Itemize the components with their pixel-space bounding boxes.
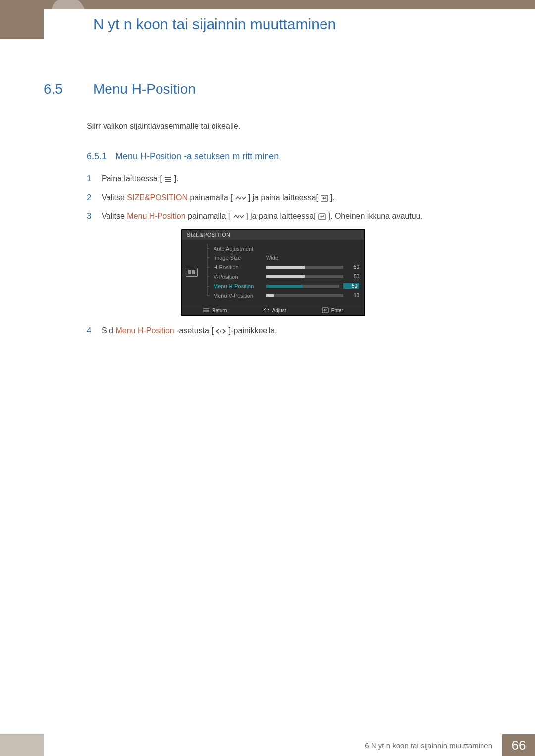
osd-label: Menu H-Position xyxy=(214,283,263,289)
header-main: N yt n koon tai sijainnin muuttaminen xyxy=(44,0,535,39)
step-number: 3 xyxy=(87,211,93,221)
keyword-size-position: SIZE&POSITION xyxy=(127,193,188,202)
svg-text:/: / xyxy=(220,328,222,334)
step-number: 4 xyxy=(87,326,93,336)
osd-label: Auto Adjustment xyxy=(214,246,263,252)
menu-icon xyxy=(164,176,172,182)
osd-category-icon xyxy=(182,240,202,305)
text: ] ja paina laitteessa[ xyxy=(246,212,316,220)
text: -asetusta [ xyxy=(176,326,214,335)
osd-slider: 50 xyxy=(266,264,359,270)
menu-bars-icon xyxy=(203,308,210,312)
osd-value: 50 xyxy=(343,283,359,289)
osd-row-auto: Auto Adjustment xyxy=(202,244,359,253)
subsection-title: Menu H-Position -a setuksen m ritt minen xyxy=(115,151,279,162)
step-text: Valitse SIZE&POSITION painamalla [ / ] j… xyxy=(102,192,335,203)
osd-footer-adjust: Adjust xyxy=(263,307,286,313)
header-left-strip xyxy=(0,0,44,39)
subsection-heading: 6.5.1 Menu H-Position -a setuksen m ritt… xyxy=(87,151,500,162)
text: Valitse xyxy=(102,212,125,220)
keyword-menu-h-position: Menu H-Position xyxy=(127,212,185,220)
chapter-title: N yt n koon tai sijainnin muuttaminen xyxy=(93,16,336,33)
step-text: Valitse Menu H-Position painamalla [ / ]… xyxy=(102,210,423,222)
osd-label: Menu V-Position xyxy=(214,293,263,299)
enter-icon xyxy=(322,307,329,313)
text: Valitse xyxy=(102,193,125,202)
step-text: S d Menu H-Position -asetusta [ / ]-pain… xyxy=(102,325,277,337)
text: painamalla [ xyxy=(190,193,232,202)
step-number: 1 xyxy=(87,174,93,184)
osd-label: V-Position xyxy=(214,274,263,280)
osd-row-h-position: H-Position 50 xyxy=(202,262,359,272)
text: ]. Oheinen ikkuna avautuu. xyxy=(328,212,423,220)
text: Paina laitteessa [ xyxy=(102,174,162,183)
left-margin xyxy=(0,39,44,363)
step-3: 3 Valitse Menu H-Position painamalla [ /… xyxy=(87,210,500,222)
osd-value: 10 xyxy=(347,293,359,298)
text: ]. xyxy=(330,193,335,202)
enter-icon xyxy=(318,213,326,220)
osd-value: Wide xyxy=(266,255,278,261)
osd-row-menu-v-position: Menu V-Position 10 xyxy=(202,291,359,300)
osd-row-v-position: V-Position 50 xyxy=(202,272,359,281)
osd-slider: 50 xyxy=(266,274,359,279)
text: painamalla [ xyxy=(188,212,230,220)
osd-value: 50 xyxy=(347,274,359,279)
svg-text:/: / xyxy=(238,214,239,220)
updown-icon: / xyxy=(233,214,244,220)
updown-icon: / xyxy=(235,195,246,201)
svg-text:/: / xyxy=(240,196,241,201)
section-intro: Siirr valikon sijaintiavasemmalle tai oi… xyxy=(87,122,500,131)
osd-footer-enter: Enter xyxy=(322,307,343,313)
page-header: N yt n koon tai sijainnin muuttaminen xyxy=(0,0,535,39)
left-right-icon xyxy=(263,308,270,313)
text: ]-painikkeella. xyxy=(229,326,277,335)
osd-slider: 10 xyxy=(266,293,359,298)
step-1: 1 Paina laitteessa [ ]. xyxy=(87,173,500,185)
header-title-wrap: N yt n koon tai sijainnin muuttaminen xyxy=(44,9,535,39)
osd-title: SIZE&POSITION xyxy=(182,230,364,240)
section-heading: 6.5 Menu H-Position xyxy=(44,81,500,97)
osd-footer: Return Adjust Enter xyxy=(182,305,364,315)
osd-label: Image Size xyxy=(214,255,263,261)
osd-value: 50 xyxy=(347,264,359,270)
osd-row-menu-h-position: Menu H-Position 50 xyxy=(202,281,359,291)
osd-screenshot: SIZE&POSITION Auto Adjustment Image Size xyxy=(181,229,365,316)
label: Enter xyxy=(331,308,343,313)
text: ] ja paina laitteessa[ xyxy=(248,193,318,202)
page-content: 6.5 Menu H-Position Siirr valikon sijain… xyxy=(44,39,535,363)
step-number: 2 xyxy=(87,193,93,202)
osd-row-image-size: Image Size Wide xyxy=(202,253,359,262)
section-number: 6.5 xyxy=(44,81,73,97)
step-2: 2 Valitse SIZE&POSITION painamalla [ / ]… xyxy=(87,192,500,203)
subsection-number: 6.5.1 xyxy=(87,151,107,162)
osd-label: H-Position xyxy=(214,264,263,270)
osd-slider: 50 xyxy=(266,283,359,289)
step-4: 4 S d Menu H-Position -asetusta [ / ]-pa… xyxy=(87,325,500,337)
osd-footer-return: Return xyxy=(203,307,227,313)
text: S d xyxy=(102,326,115,335)
left-right-icon: / xyxy=(215,328,226,334)
enter-icon xyxy=(321,195,328,202)
label: Return xyxy=(212,308,227,313)
keyword-menu-h-position: Menu H-Position xyxy=(115,326,174,335)
step-text: Paina laitteessa [ ]. xyxy=(102,173,179,185)
label: Adjust xyxy=(272,308,286,313)
text: ]. xyxy=(174,174,179,183)
section-title: Menu H-Position xyxy=(93,81,196,97)
